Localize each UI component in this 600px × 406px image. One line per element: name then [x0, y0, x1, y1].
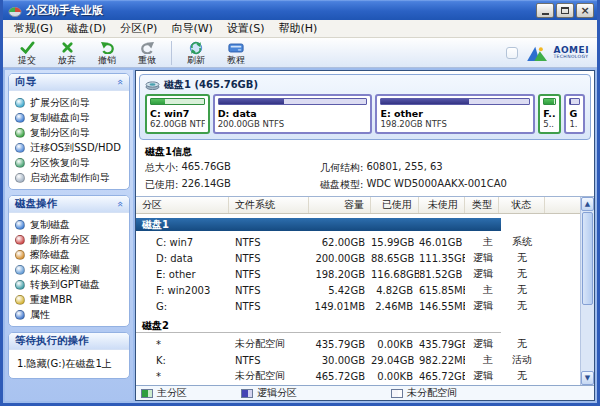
legend-logical-label: 逻辑分区 — [257, 386, 297, 400]
refresh-button[interactable]: 刷新 — [176, 38, 216, 67]
menu-settings[interactable]: 设置(S) — [220, 19, 272, 38]
scrollbar-track[interactable] — [581, 211, 594, 371]
cell-已使用: 29.04GB — [371, 355, 419, 366]
sidebar-item-delete-all-partitions[interactable]: 删除所有分区 — [15, 232, 127, 247]
sidebar-item-copy-disk-wizard[interactable]: 复制磁盘向导 — [15, 110, 127, 125]
cell-已使用: 116.68GB — [371, 269, 419, 280]
disk-info-label: 已使用: — [145, 178, 178, 192]
sidebar-item-bootable-cd-wizard[interactable]: 启动光盘制作向导 — [15, 170, 127, 185]
sidebar-item-bad-sector-test[interactable]: 坏扇区检测 — [15, 262, 127, 277]
commit-button[interactable]: 提交 — [7, 38, 47, 67]
sidebar-item-convert-to-gpt[interactable]: 转换到GPT磁盘 — [15, 277, 127, 292]
disk-partition-2[interactable]: E: other198.20GB NTFS — [375, 94, 535, 134]
menu-partition[interactable]: 分区(P) — [113, 19, 164, 38]
disk-partition-3[interactable]: F...5.. — [538, 94, 561, 134]
column-header-3[interactable]: 已使用 — [371, 197, 419, 213]
extend-partition-wizard-icon — [15, 98, 25, 108]
legend-primary: 主分区 — [141, 386, 241, 400]
tutorial-button[interactable]: 教程 — [216, 38, 256, 67]
menu-help[interactable]: 帮助(H) — [271, 19, 324, 38]
disk-info-label: 磁盘模型: — [320, 178, 363, 192]
column-header-6[interactable]: 状态 — [499, 197, 545, 213]
migrate-os-to-ssd-hdd-icon — [15, 143, 25, 153]
table-row[interactable]: *未分配空间435.79GB0.00KB435.79GB逻辑无 — [136, 336, 580, 352]
sidebar-panel-header-1[interactable]: 磁盘操作« — [9, 196, 129, 213]
convert-to-gpt-icon — [15, 280, 25, 290]
redo-icon — [140, 41, 155, 55]
partition-name: C: win7 — [150, 108, 205, 119]
cell-未使用: 146.55MB — [419, 301, 465, 312]
scrollbar-thumb[interactable] — [582, 212, 593, 305]
sidebar-item-migrate-os-to-ssd-hdd[interactable]: 迁移OS到SSD/HDD — [15, 140, 127, 155]
undo-button[interactable]: 撤销 — [87, 38, 127, 67]
table-row[interactable]: G:NTFS149.01MB2.46MB146.55MB逻辑无 — [136, 298, 580, 314]
sidebar: 向导«扩展分区向导复制磁盘向导复制分区向导迁移OS到SSD/HDD分区恢复向导启… — [5, 70, 133, 401]
collapse-icon[interactable]: « — [115, 79, 125, 85]
sidebar-item-copy-disk[interactable]: 复制磁盘 — [15, 217, 127, 232]
disk-info-value: WDC WD5000AAKX-001CA0 — [366, 178, 507, 192]
partition-name: E: other — [380, 108, 530, 119]
menu-wizard[interactable]: 向导(W) — [164, 19, 219, 38]
toolbar: 提交放弃撤销重做刷新教程 AOMEI TECHNOLOGY — [3, 38, 597, 68]
cell-状态: 无 — [499, 267, 545, 281]
sidebar-panel-0: 向导«扩展分区向导复制磁盘向导复制分区向导迁移OS到SSD/HDD分区恢复向导启… — [8, 73, 130, 190]
cell-类型: 逻辑 — [465, 369, 499, 383]
scroll-up-button[interactable]: ▲ — [581, 197, 594, 211]
toolbar-mini-button[interactable] — [506, 47, 518, 59]
sidebar-item-copy-partition-wizard[interactable]: 复制分区向导 — [15, 125, 127, 140]
table-row[interactable]: *未分配空间465.72GB0.00KB465.72GB逻辑无 — [136, 368, 580, 384]
vertical-scrollbar[interactable]: ▲ ▼ — [580, 197, 594, 385]
cell-分区: * — [136, 371, 229, 382]
table-row[interactable]: E: otherNTFS198.20GB116.68GB81.52GB逻辑无 — [136, 266, 580, 282]
table-row[interactable]: F: win2003NTFS5.42GB4.82GB615.85MB主无 — [136, 282, 580, 298]
sidebar-panel-header-0[interactable]: 向导« — [9, 74, 129, 91]
disk-group-header-1[interactable]: 磁盘2 — [136, 320, 501, 333]
close-button[interactable]: × — [576, 3, 594, 18]
disk-info-value: 60801, 255, 63 — [366, 161, 442, 175]
menu-disk[interactable]: 磁盘(D) — [60, 19, 113, 38]
sidebar-item-extend-partition-wizard[interactable]: 扩展分区向导 — [15, 95, 127, 110]
usage-strip — [218, 98, 368, 105]
cell-状态: 系统 — [499, 235, 545, 249]
table-row[interactable]: D: dataNTFS200.00GB88.65GB111.35GB逻辑无 — [136, 250, 580, 266]
disk-partition-1[interactable]: D: data200.00GB NTFS — [213, 94, 373, 134]
cell-类型: 逻辑 — [465, 267, 499, 281]
scroll-down-button[interactable]: ▼ — [581, 371, 594, 385]
cell-分区: D: data — [136, 253, 229, 264]
redo-button[interactable]: 重做 — [127, 38, 167, 67]
main-panel: 磁盘1 (465.76GB) C: win762.00GB NTFSD: dat… — [135, 70, 595, 401]
table-row[interactable]: K:NTFS30.00GB29.04GB982.22MB主活动 — [136, 352, 580, 368]
legend-primary-label: 主分区 — [157, 386, 187, 400]
column-header-0[interactable]: 分区 — [136, 197, 229, 213]
discard-button-label: 放弃 — [58, 55, 76, 65]
menu-general[interactable]: 常规(G) — [7, 19, 60, 38]
cell-未使用: 111.35GB — [419, 253, 465, 264]
discard-button[interactable]: 放弃 — [47, 38, 87, 67]
column-header-1[interactable]: 文件系统 — [229, 197, 309, 213]
sidebar-item-properties[interactable]: 属性 — [15, 307, 127, 322]
usage-fill — [151, 99, 165, 104]
disk-group-header-0[interactable]: 磁盘1 — [136, 218, 501, 231]
disk-partition-0[interactable]: C: win762.00GB NTFS — [145, 94, 210, 134]
legend-primary-swatch — [141, 389, 153, 398]
cell-已使用: 2.46MB — [371, 301, 419, 312]
column-header-4[interactable]: 未使用 — [419, 197, 465, 213]
sidebar-panel-2: 等待执行的操作1.隐藏(G:)在磁盘1上 — [8, 332, 130, 379]
column-header-5[interactable]: 类型 — [465, 197, 499, 213]
maximize-button[interactable] — [556, 3, 574, 18]
minimize-button[interactable] — [536, 3, 554, 18]
sidebar-item-rebuild-mbr[interactable]: 重建MBR — [15, 292, 127, 307]
cell-状态: 无 — [499, 337, 545, 351]
collapse-icon[interactable]: « — [115, 201, 125, 207]
cell-未使用: 435.79GB — [419, 339, 465, 350]
delete-all-partitions-icon — [15, 235, 25, 245]
disk-info-field-0: 总大小:465.76GB — [145, 161, 320, 175]
sidebar-item-partition-recovery-wizard[interactable]: 分区恢复向导 — [15, 155, 127, 170]
disk-partition-4[interactable]: G1. — [564, 94, 585, 134]
sidebar-item-label: 复制分区向导 — [30, 126, 90, 140]
sidebar-panel-header-2[interactable]: 等待执行的操作 — [9, 333, 129, 350]
sidebar-panel-title-1: 磁盘操作 — [15, 197, 57, 211]
column-header-2[interactable]: 容量 — [309, 197, 371, 213]
table-row[interactable]: C: win7NTFS62.00GB15.99GB46.01GB主系统 — [136, 234, 580, 250]
sidebar-item-wipe-disk[interactable]: 擦除磁盘 — [15, 247, 127, 262]
